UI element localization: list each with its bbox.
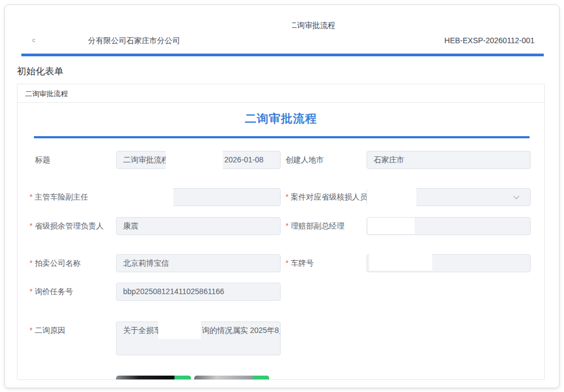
label-reason: *二询原因 [30, 326, 65, 336]
form-panel: 二询审批流程 二询审批流程 标题 二询审批流程 2026-01-08 创建人地市… [17, 84, 545, 380]
header-left-fragment: c [32, 37, 36, 43]
inquiry-task-no-input[interactable]: bbp202508121411025861166 [116, 283, 281, 301]
thumbnail-status-badge [253, 376, 269, 380]
header-doc-number: HEB-EXSP-20260112-001 [444, 36, 534, 45]
redaction-patch [367, 188, 416, 206]
photo-thumbnail-2[interactable] [194, 376, 269, 380]
label-auction-company: *拍卖公司名称 [30, 259, 80, 268]
label-title: 标题 [30, 155, 50, 165]
tab-flow[interactable]: 二询审批流程 [25, 89, 68, 99]
redaction-patch [113, 185, 173, 209]
label-plate-number: *车牌号 [286, 259, 313, 268]
tab-row: 二询审批流程 [18, 84, 544, 103]
label-inquiry-task-no: *询价任务号 [30, 287, 73, 297]
thumbnail-status-badge [175, 376, 191, 380]
section-heading: 初始化表单 [17, 65, 63, 78]
header-company-name: 分有限公司石家庄市分公司 [88, 36, 180, 46]
creator-city-input[interactable]: 石家庄市 [367, 151, 531, 169]
document-card: 二询审批流程 c 分有限公司石家庄市分公司 HEB-EXSP-20260112-… [4, 4, 560, 388]
salvage-manager-input[interactable]: 康震 [116, 217, 281, 235]
chevron-down-icon[interactable] [513, 194, 520, 201]
redaction-patch [369, 247, 432, 271]
redaction-patch [158, 319, 201, 339]
redaction-patch [368, 218, 415, 234]
redaction-patch [288, 20, 292, 31]
header-divider [21, 54, 544, 56]
label-salvage-manager: *省级损余管理负责人 [30, 221, 103, 231]
redaction-patch [166, 149, 223, 172]
label-creator-city: 创建人地市 [286, 155, 324, 165]
label-provincial-assessor: *案件对应省级核损人员 [286, 192, 367, 202]
label-deputy-director: *主管车险副主任 [30, 192, 88, 202]
form-title-underline [34, 136, 530, 138]
form-title: 二询审批流程 [18, 111, 544, 126]
header-flow-title: 二询审批流程 [289, 21, 335, 31]
auction-company-input[interactable]: 北京莉博宝信 [116, 254, 281, 272]
photo-thumbnail-1[interactable] [116, 376, 191, 380]
label-claims-deputy-gm: *理赔部副总经理 [286, 221, 344, 231]
